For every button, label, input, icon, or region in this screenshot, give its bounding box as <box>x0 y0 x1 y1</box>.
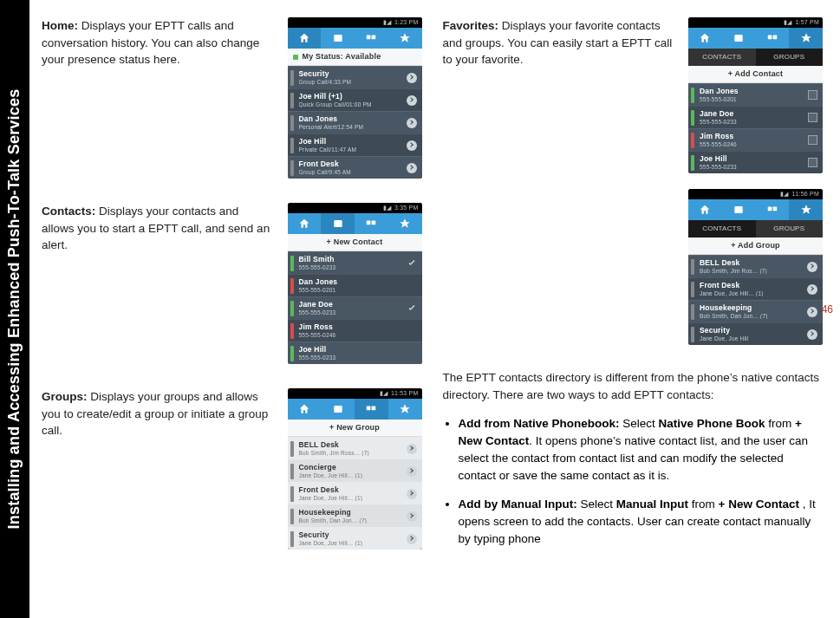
check-icon <box>407 258 417 269</box>
list-item[interactable]: BELL DeskBob Smith, Jim Ross… (7) <box>288 437 422 459</box>
svg-rect-9 <box>734 35 742 42</box>
presence-indicator-icon <box>293 55 298 60</box>
list-item[interactable]: SecurityJane Doe, Joe Hill <box>688 322 823 345</box>
subtab-contacts[interactable]: CONTACTS <box>688 49 756 66</box>
list-item[interactable]: HousekeepingBob Smith, Dan Jon… (7) <box>288 504 422 527</box>
subtab-groups[interactable]: GROUPS <box>756 220 824 237</box>
list-item[interactable]: Jane Doe555-555-0233 <box>688 106 823 128</box>
list-item[interactable]: Joe Hill (+1)Quick Group Call/01:00 PM <box>288 88 422 111</box>
tab-favorites[interactable] <box>388 399 422 420</box>
statusbar: ▮◢1:23 PM <box>288 17 422 28</box>
signal-icon: ▮◢ <box>383 19 391 26</box>
svg-rect-10 <box>768 36 772 40</box>
top-tabs <box>288 28 422 49</box>
groups-description: Groups: Displays your groups and allows … <box>42 388 272 439</box>
favorites-groups-screen: ▮◢11:56 PM CONTACTS GROUPS + Add Group <box>688 189 823 345</box>
list-item[interactable]: Jim Ross555-555-0246 <box>688 128 823 151</box>
presence-chip-icon <box>290 70 294 86</box>
list-item[interactable]: Bill Smith555-555-0233 <box>288 251 422 274</box>
groups-heading: Groups: <box>42 390 88 403</box>
intro-paragraph: The EPTT contacts directory is different… <box>443 369 824 405</box>
chapter-sidebar: Installing and Accessing Enhanced Push-T… <box>0 0 29 618</box>
list-item: Add by Manual Input: Select Manual Input… <box>459 496 824 549</box>
tab-favorites[interactable] <box>388 28 422 49</box>
svg-rect-1 <box>367 36 371 40</box>
list-item[interactable]: Front DeskGroup Call/9:45 AM <box>288 156 422 179</box>
tab-home[interactable] <box>288 213 322 234</box>
tab-home[interactable] <box>288 399 322 420</box>
list-item[interactable]: SecurityJane Doe, Joe Hill… (1) <box>288 527 422 550</box>
list-item[interactable]: Dan Jones555-555-0201 <box>688 83 823 106</box>
tab-home[interactable] <box>688 199 722 220</box>
svg-rect-2 <box>372 36 376 40</box>
subtab-groups[interactable]: GROUPS <box>756 49 824 66</box>
my-status-text: My Status: Available <box>303 52 381 61</box>
list-item[interactable]: Front DeskJane Doe, Joe Hill… (1) <box>688 277 823 300</box>
svg-rect-6 <box>334 406 342 413</box>
chevron-right-icon <box>407 73 417 83</box>
page-number: 46 <box>822 303 833 316</box>
svg-rect-13 <box>768 207 772 211</box>
tab-favorites[interactable] <box>388 213 422 234</box>
list-item[interactable]: Joe Hill555-555-0233 <box>288 342 422 364</box>
tab-contacts[interactable] <box>722 199 756 220</box>
favorites-heading: Favorites: <box>443 19 499 32</box>
tab-home[interactable] <box>288 28 322 49</box>
checkbox-icon[interactable] <box>808 90 817 100</box>
add-contact-button[interactable]: + Add Contact <box>688 66 823 83</box>
tab-contacts[interactable] <box>321 28 355 49</box>
methods-list: Add from Native Phonebook: Select Native… <box>443 415 824 549</box>
contacts-heading: Contacts: <box>42 205 95 218</box>
chapter-title: Installing and Accessing Enhanced Push-T… <box>6 89 24 530</box>
new-group-button[interactable]: + New Group <box>288 420 422 437</box>
tab-favorites[interactable] <box>789 199 823 220</box>
new-contact-button[interactable]: + New Contact <box>288 234 422 251</box>
svg-rect-4 <box>367 221 371 225</box>
list-item[interactable]: Joe HillPrivate Call/11:47 AM <box>288 133 422 156</box>
svg-rect-0 <box>334 35 342 42</box>
subtab-contacts[interactable]: CONTACTS <box>688 220 756 237</box>
svg-rect-3 <box>334 220 342 227</box>
svg-rect-8 <box>372 407 376 411</box>
tab-home[interactable] <box>688 28 722 49</box>
contacts-description: Contacts: Displays your contacts and all… <box>42 203 272 254</box>
tab-contacts[interactable] <box>722 28 756 49</box>
tab-favorites[interactable] <box>789 28 823 49</box>
svg-rect-7 <box>367 407 371 411</box>
list-item[interactable]: Front DeskJane Doe, Joe Hill… (1) <box>288 482 422 504</box>
favorites-description: Favorites: Displays your favorite contac… <box>443 17 674 68</box>
list-item[interactable]: Dan JonesPersonal Alert/12:54 PM <box>288 111 422 133</box>
add-group-button[interactable]: + Add Group <box>688 237 823 255</box>
list-item[interactable]: ConciergeJane Doe, Joe Hill… (1) <box>288 459 422 482</box>
home-heading: Home: <box>42 19 78 32</box>
list-item[interactable]: HousekeepingBob Smith, Dan Jon… (7) <box>688 300 823 322</box>
tab-contacts[interactable] <box>321 399 355 420</box>
tab-groups[interactable] <box>355 399 388 420</box>
svg-rect-11 <box>772 36 777 40</box>
list-item[interactable]: BELL DeskBob Smith, Jim Ros… (7) <box>688 255 823 277</box>
list-item: Add from Native Phonebook: Select Native… <box>459 415 824 485</box>
list-item[interactable]: SecurityGroup Call/4:33 PM <box>288 66 422 88</box>
tab-contacts[interactable] <box>321 213 355 234</box>
groups-screen: ▮◢11:53 PM + New Group BELL DeskBob Smit… <box>288 388 422 550</box>
svg-rect-14 <box>772 207 777 211</box>
list-item[interactable]: Joe Hill555-555-0233 <box>688 151 823 173</box>
contacts-screen: ▮◢3:35 PM + New Contact Bill Smith555-55… <box>288 203 422 364</box>
svg-rect-12 <box>734 206 742 213</box>
list-item[interactable]: Jim Ross555-555-0246 <box>288 319 422 342</box>
list-item[interactable]: Dan Jones555-555-0201 <box>288 274 422 296</box>
tab-groups[interactable] <box>756 199 790 220</box>
home-screen: ▮◢1:23 PM My Status: Available SecurityG… <box>288 17 422 179</box>
tab-groups[interactable] <box>756 28 790 49</box>
list-item[interactable]: Jane Doe555-555-0233 <box>288 296 422 319</box>
favorites-subtabs: CONTACTS GROUPS <box>688 49 823 66</box>
home-description: Home: Displays your EPTT calls and conve… <box>42 17 272 68</box>
svg-rect-5 <box>372 221 376 225</box>
my-status-bar[interactable]: My Status: Available <box>288 49 422 66</box>
favorites-contacts-screen: ▮◢1:57 PM CONTACTS GROUPS + Add Contact <box>688 17 823 173</box>
tab-groups[interactable] <box>355 213 388 234</box>
tab-groups[interactable] <box>355 28 388 49</box>
